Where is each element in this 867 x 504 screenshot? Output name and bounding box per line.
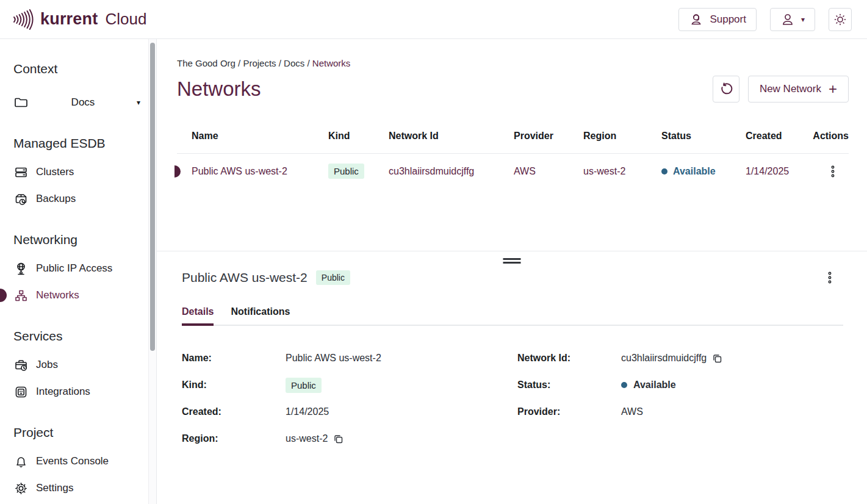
field-label: Provider: — [517, 406, 621, 417]
sidebar-item-jobs[interactable]: Jobs — [13, 351, 140, 378]
detail-title: Public AWS us-west-2 — [182, 270, 308, 285]
tab-notifications[interactable]: Notifications — [231, 306, 290, 325]
column-header-region: Region — [583, 131, 661, 142]
public-ip-icon — [13, 262, 28, 276]
logo-waves-icon — [12, 7, 34, 32]
support-button[interactable]: Support — [678, 8, 757, 31]
panel-resize-handle[interactable] — [503, 258, 521, 264]
sidebar-heading: Managed ESDB — [13, 135, 140, 151]
sidebar-scrollbar-thumb[interactable] — [150, 43, 155, 351]
field-network-id: Network Id: cu3hlaiirsdmuidcjffg — [517, 350, 843, 366]
field-value: Public AWS us-west-2 — [286, 353, 381, 364]
networks-icon — [13, 289, 28, 303]
field-value: AWS — [621, 406, 643, 417]
sidebar-item-events-console[interactable]: Events Console — [13, 448, 140, 475]
sidebar-item-clusters[interactable]: Clusters — [13, 159, 140, 185]
sidebar-section-project: Project Events Console — [13, 425, 140, 502]
detail-fields: Name: Public AWS us-west-2 Kind: Public … — [182, 350, 843, 458]
theme-toggle-button[interactable] — [829, 8, 852, 31]
top-bar: kurrent Cloud Support ▾ — [0, 0, 867, 39]
sidebar-heading-context: Context — [13, 61, 140, 77]
field-label: Region: — [182, 433, 286, 444]
breadcrumb-project[interactable]: Docs — [284, 58, 312, 68]
column-header-name: Name — [192, 131, 328, 142]
sidebar-item-label: Jobs — [36, 359, 58, 371]
context-selected-label: Docs — [29, 96, 137, 109]
cell-created: 1/14/2025 — [746, 166, 811, 177]
integrations-icon — [13, 385, 28, 399]
sidebar-scrollbar-track[interactable] — [148, 39, 156, 504]
sidebar-item-settings[interactable]: Settings — [13, 475, 140, 502]
detail-kind-badge: Public — [316, 270, 350, 285]
plus-icon: + — [829, 82, 837, 96]
logo-cloud-suffix: Cloud — [105, 10, 146, 29]
cell-actions — [811, 162, 849, 181]
field-kind: Kind: Public — [182, 377, 517, 393]
network-detail-panel: Public AWS us-west-2 Public Details Noti… — [157, 251, 867, 504]
detail-actions-menu-button[interactable] — [825, 268, 835, 287]
network-id-value: cu3hlaiirsdmuidcjffg — [621, 353, 707, 364]
cell-provider: AWS — [514, 166, 583, 177]
sidebar: Context Docs ▾ Managed ESDB C — [0, 39, 157, 504]
bell-icon — [13, 455, 28, 469]
region-value: us-west-2 — [286, 433, 328, 444]
column-header-actions: Actions — [811, 131, 849, 142]
table-row[interactable]: Public AWS us-west-2 Public cu3hlaiirsdm… — [177, 154, 849, 189]
cell-status: Available — [661, 166, 746, 177]
cell-name: Public AWS us-west-2 — [192, 166, 328, 177]
breadcrumb-projects[interactable]: Projects — [243, 58, 284, 68]
sidebar-heading: Services — [13, 328, 140, 344]
cell-region: us-west-2 — [583, 166, 661, 177]
status-badge: Available — [633, 380, 676, 391]
user-icon — [780, 12, 795, 27]
folder-icon — [13, 95, 29, 110]
top-bar-actions: Support ▾ — [678, 8, 852, 31]
sidebar-item-networks[interactable]: Networks — [13, 282, 140, 309]
sidebar-section-managed-esdb: Managed ESDB Clusters — [13, 135, 140, 212]
status-badge: Available — [673, 166, 716, 177]
detail-fields-left: Name: Public AWS us-west-2 Kind: Public … — [182, 350, 517, 458]
sidebar-item-label: Events Console — [36, 455, 109, 467]
sidebar-item-label: Settings — [36, 482, 73, 494]
detail-fields-right: Network Id: cu3hlaiirsdmuidcjffg — [517, 350, 843, 458]
chevron-down-icon: ▾ — [137, 98, 140, 107]
sun-icon — [833, 13, 847, 26]
column-header-status: Status — [661, 131, 746, 142]
breadcrumb-current: Networks — [312, 58, 351, 68]
field-provider: Provider: AWS — [517, 404, 843, 420]
column-header-created: Created — [746, 131, 811, 142]
field-label: Kind: — [182, 380, 286, 391]
sidebar-item-label: Public IP Access — [36, 262, 112, 275]
clusters-icon — [13, 165, 28, 179]
sidebar-item-label: Backups — [36, 193, 76, 205]
main-content: The Good OrgProjectsDocsNetworks Network… — [157, 39, 867, 504]
logo-wordmark: kurrent — [40, 10, 98, 29]
sidebar-section-networking: Networking Public IP Access — [13, 232, 140, 309]
sidebar-item-integrations[interactable]: Integrations — [13, 378, 140, 405]
breadcrumb: The Good OrgProjectsDocsNetworks — [177, 58, 849, 68]
status-dot-icon — [621, 382, 627, 388]
sidebar-item-backups[interactable]: Backups — [13, 185, 140, 212]
backups-icon — [13, 192, 28, 206]
support-label: Support — [710, 13, 746, 26]
chevron-down-icon: ▾ — [801, 15, 805, 24]
copy-network-id-button[interactable] — [713, 354, 722, 363]
copy-region-button[interactable] — [334, 434, 343, 444]
user-menu-button[interactable]: ▾ — [770, 8, 815, 31]
sidebar-item-public-ip-access[interactable]: Public IP Access — [13, 255, 140, 282]
networks-table: Name Kind Network Id Provider Region Sta… — [177, 131, 849, 189]
jobs-icon — [13, 358, 28, 372]
field-label: Status: — [517, 380, 621, 391]
tab-details[interactable]: Details — [182, 306, 214, 325]
field-value: 1/14/2025 — [286, 406, 329, 417]
field-value: cu3hlaiirsdmuidcjffg — [621, 353, 722, 364]
kind-badge: Public — [328, 164, 364, 179]
new-network-button[interactable]: New Network + — [748, 76, 849, 103]
row-actions-menu-button[interactable] — [828, 162, 838, 181]
kurrent-cloud-logo[interactable]: kurrent Cloud — [12, 7, 146, 32]
context-project-selector[interactable]: Docs ▾ — [13, 89, 140, 116]
field-label: Name: — [182, 353, 286, 364]
column-header-network-id: Network Id — [389, 131, 514, 142]
refresh-button[interactable] — [713, 76, 739, 103]
breadcrumb-org[interactable]: The Good Org — [177, 58, 243, 68]
